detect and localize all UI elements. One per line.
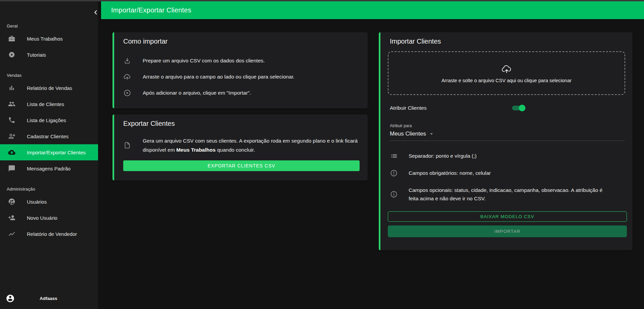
sidebar-user-row[interactable]: Adfaass [0,288,98,309]
step-text: Arraste o arquivo para o campo ao lado o… [143,74,294,80]
import-clients-card: Importar Clientes Arraste e solte o arqu… [379,32,633,250]
app-bar: Importar/Exportar Clientes [101,1,644,19]
assign-to-value: Meus Clientes [390,131,426,137]
info-outline-icon [390,190,398,198]
sidebar-item-importar-exportar-clientes[interactable]: Importar/Exportar Clientes [0,144,98,160]
bar-chart-icon [8,84,27,92]
csv-dropzone[interactable]: Arraste e solte o arquivo CSV aqui ou cl… [388,51,625,95]
play-circle-icon [8,51,27,58]
export-description-row: Gera um arquivo CSV com seus clientes. A… [123,136,360,154]
users-circle-icon [8,198,27,205]
sidebar-item-mensagens-padrao[interactable]: Mensagens Padrão [0,160,98,176]
assign-clients-row: Atribuir Clientes [390,104,625,112]
trend-line-icon [8,230,27,238]
sidebar-item-tutoriais[interactable]: Tutoriais [0,47,98,63]
play-circle-outline-icon [123,89,131,97]
assign-clients-toggle[interactable] [512,105,525,111]
assign-clients-label: Atribuir Clientes [390,105,512,111]
assign-to-select[interactable]: Atribuir para Meus Clientes [390,123,625,141]
download-template-button[interactable]: BAIXAR MODELO CSV [388,211,627,222]
sidebar-item-label: Mensagens Padrão [27,166,71,171]
chevron-left-icon [92,9,99,16]
export-csv-button[interactable]: EXPORTAR CLIENTES CSV [123,160,360,171]
info-row-optional-fields: Campos opcionais: status, cidade, indica… [390,186,625,203]
assign-to-label: Atribuir para [390,123,625,128]
step-text: Prepare um arquivo CSV com os dados dos … [143,58,265,64]
info-text: Campos obrigatórios: nome, celular [409,169,491,177]
sidebar-section-vendas: Vendas [7,73,98,78]
sidebar-item-cadastrar-clientes[interactable]: Cadastrar Clientes [0,128,98,144]
sidebar-item-label: Relatório de Vendedor [27,231,77,237]
sidebar-item-meus-trabalhos[interactable]: Meus Trabalhos [0,31,98,47]
left-column: Como importar Prepare um arquivo CSV com… [112,32,368,250]
toggle-thumb [519,105,525,111]
briefcase-icon [8,35,27,42]
sidebar-item-label: Lista de Clientes [27,101,64,107]
person-add-outline-icon [8,133,27,140]
sidebar-item-label: Cadastrar Clientes [27,134,68,139]
bold-meus-trabalhos: Meus Trabalhos [176,147,216,153]
sidebar-item-label: Novo Usuário [27,215,57,221]
list-icon [390,152,398,160]
card-title: Como importar [123,38,360,45]
chevron-down-icon [428,131,435,137]
card-title: Importar Clientes [390,38,625,45]
main-area: Importar/Exportar Clientes Como importar… [98,1,644,309]
sidebar-section-administracao: Administração [7,187,98,192]
export-description: Gera um arquivo CSV com seus clientes. A… [143,136,360,154]
cloud-upload-outline-icon [500,63,514,75]
import-step-3: Após adicionar o arquivo, clique em "Imp… [123,89,360,97]
import-button[interactable]: IMPORTAR [388,225,627,237]
info-row-required-fields: Campos obrigatórios: nome, celular [390,169,625,177]
sidebar-item-lista-de-ligacoes[interactable]: Lista de Ligações [0,112,98,128]
how-to-import-card: Como importar Prepare um arquivo CSV com… [112,32,368,108]
card-title: Exportar Clientes [123,120,360,127]
error-outline-icon [390,169,398,177]
phone-icon [8,116,27,124]
sidebar-item-relatorio-de-vendedor[interactable]: Relatório de Vendedor [0,226,98,242]
assign-to-value-row: Meus Clientes [390,131,625,137]
sidebar-collapse-button[interactable] [91,8,100,17]
file-outline-icon [123,141,131,149]
sidebar-item-label: Relatório de Vendas [27,85,72,91]
sidebar-item-usuarios[interactable]: Usuários [0,194,98,210]
info-text: Campos opcionais: status, cidade, indica… [409,186,610,203]
person-add-filled-icon [8,214,27,221]
sidebar-item-label: Meus Trabalhos [27,36,63,42]
step-text: Após adicionar o arquivo, clique em "Imp… [143,90,251,96]
page-title: Importar/Exportar Clientes [111,6,191,14]
export-clients-card: Exportar Clientes Gera um arquivo CSV co… [112,114,368,181]
import-step-1: Prepare um arquivo CSV com os dados dos … [123,57,360,65]
user-name: Adfaass [40,296,57,301]
sidebar-item-label: Importar/Exportar Clientes [27,150,86,155]
chat-icon [8,165,27,172]
info-text: Separador: ponto e vírgula (;) [409,152,476,160]
window-top-strip [0,0,644,1]
content: Como importar Prepare um arquivo CSV com… [98,19,644,250]
sidebar-item-lista-de-clientes[interactable]: Lista de Clientes [0,96,98,112]
sidebar-item-label: Lista de Ligações [27,117,66,123]
sidebar-nav: Geral Meus Trabalhos Tutoriais Vendas Re… [0,1,98,288]
sidebar-item-label: Usuários [27,199,47,205]
sidebar: Geral Meus Trabalhos Tutoriais Vendas Re… [0,1,98,309]
sidebar-item-novo-usuario[interactable]: Novo Usuário [0,210,98,226]
people-icon [8,100,27,108]
sidebar-section-geral: Geral [7,23,98,29]
import-info-list: Separador: ponto e vírgula (;) Campos ob… [390,152,625,203]
account-circle-icon [6,294,15,303]
info-row-separator: Separador: ponto e vírgula (;) [390,152,625,160]
cloud-upload-outline-icon [123,73,131,81]
import-step-2: Arraste o arquivo para o campo ao lado o… [123,73,360,81]
sidebar-item-label: Tutoriais [27,52,46,58]
cloud-upload-icon [8,149,27,156]
download-icon [123,57,131,65]
dropzone-text: Arraste e solte o arquivo CSV aqui ou cl… [442,78,572,83]
sidebar-item-relatorio-de-vendas[interactable]: Relatório de Vendas [0,80,98,96]
